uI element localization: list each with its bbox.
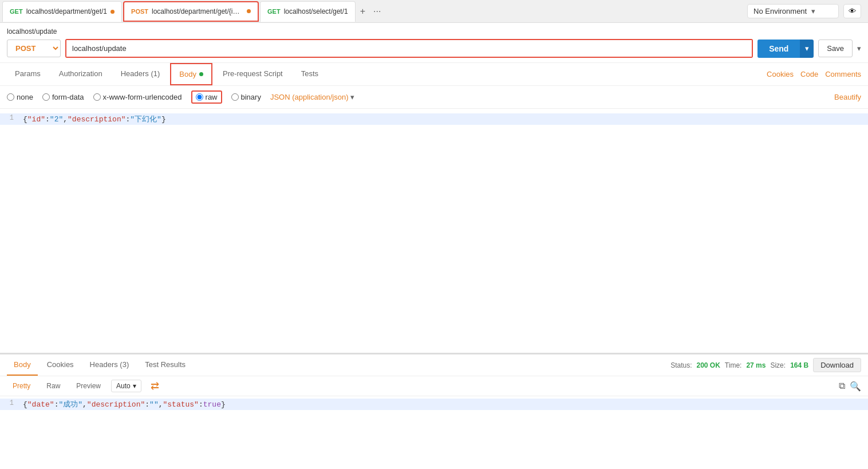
eye-button[interactable]: 👁 [843, 4, 861, 18]
resp-key-status: "status" [163, 400, 199, 409]
resp-value-date: "成功" [58, 400, 82, 409]
send-dropdown-button[interactable]: ▾ [800, 40, 814, 58]
save-button[interactable]: Save [818, 40, 853, 57]
code-content-1: {"id":"2","description":"下幻化"} [23, 114, 868, 124]
resp-key-date: "date" [27, 400, 54, 409]
size-label: Size: [770, 361, 786, 369]
radio-raw[interactable]: raw [191, 90, 222, 104]
radio-urlencoded[interactable]: x-www-form-urlencoded [93, 93, 182, 101]
tab-params[interactable]: Params [7, 64, 49, 85]
eye-icon: 👁 [849, 7, 856, 15]
radio-form-data-label: form-data [52, 93, 84, 101]
radio-binary-label: binary [241, 93, 261, 101]
json-type-label: JSON (application/json) [270, 93, 349, 101]
line-number-1: 1 [0, 114, 23, 122]
request-bar-container: localhost/update POST GET PUT DELETE PAT… [0, 23, 868, 63]
send-btn-group: Send ▾ [757, 40, 814, 58]
resp-comma-2: , [159, 400, 163, 409]
radio-urlencoded-input[interactable] [93, 93, 101, 101]
beautify-button[interactable]: Beautify [834, 93, 861, 101]
send-button[interactable]: Send [757, 40, 800, 58]
tab-url-label: localhost/select/get/1 [284, 7, 348, 15]
radio-form-data[interactable]: form-data [42, 93, 84, 101]
status-label: Status: [670, 361, 692, 369]
response-tab-body[interactable]: Body [7, 354, 38, 376]
request-tabs-nav: Params Authorization Headers (1) Body Pr… [0, 63, 868, 86]
main-layout: localhost/update POST GET PUT DELETE PAT… [0, 23, 868, 469]
radio-none-input[interactable] [7, 93, 14, 101]
tab-get-department-get-1[interactable]: GET localhost/department/get/1 [2, 1, 122, 22]
send-dropdown-arrow: ▾ [805, 44, 809, 53]
code-editor[interactable]: 1 {"id":"2","description":"下幻化"} [0, 109, 868, 353]
format-preview-button[interactable]: Preview [70, 380, 106, 392]
format-raw-button[interactable]: Raw [41, 380, 66, 392]
tab-get-select-get-1[interactable]: GET localhost/select/get/1 [260, 1, 356, 22]
response-tab-headers[interactable]: Headers (3) [83, 354, 136, 376]
request-bar: POST GET PUT DELETE PATCH Send ▾ Save ▾ [7, 39, 861, 58]
cookies-link[interactable]: Cookies [767, 70, 794, 78]
response-section: Body Cookies Headers (3) Test Results St… [0, 354, 868, 469]
radio-none[interactable]: none [7, 93, 33, 101]
tab-method-label: GET [267, 8, 281, 15]
response-code: 1 {"date":"成功","description":"","status"… [0, 396, 868, 412]
comments-link[interactable]: Comments [825, 70, 861, 78]
method-select[interactable]: POST GET PUT DELETE PATCH [7, 40, 61, 57]
time-label: Time: [725, 361, 742, 369]
tab-prerequest[interactable]: Pre-request Script [215, 64, 291, 85]
resp-colon-3: : [199, 400, 203, 409]
format-pretty-button[interactable]: Pretty [7, 380, 36, 392]
more-tabs-button[interactable]: ··· [370, 4, 384, 19]
tab-tests[interactable]: Tests [293, 64, 326, 85]
resp-value-description: "" [149, 400, 159, 409]
url-label: localhost/update [7, 27, 861, 36]
resp-comma-1: , [82, 400, 87, 409]
json-colon-1: : [45, 115, 50, 124]
copy-response-button[interactable]: ⧉ [839, 381, 845, 392]
resp-value-status: true [203, 400, 221, 409]
radio-urlencoded-label: x-www-form-urlencoded [103, 93, 182, 101]
radio-form-data-input[interactable] [42, 93, 50, 101]
resp-brace-open: { [23, 400, 27, 409]
resp-colon-2: : [145, 400, 149, 409]
json-value-id: "2" [50, 115, 63, 124]
json-key-description: "description" [68, 115, 125, 124]
json-dropdown-arrow[interactable]: ▾ [350, 93, 354, 101]
time-value: 27 ms [746, 361, 766, 369]
add-tab-button[interactable]: + [357, 4, 369, 19]
radio-binary[interactable]: binary [231, 93, 261, 101]
code-link[interactable]: Code [800, 70, 818, 78]
request-section: localhost/update POST GET PUT DELETE PAT… [0, 23, 868, 354]
radio-binary-input[interactable] [231, 93, 239, 101]
body-options: none form-data x-www-form-urlencoded raw… [0, 86, 868, 109]
env-dropdown-icon: ▾ [811, 7, 815, 15]
environment-label: No Environment [753, 7, 807, 15]
tab-body[interactable]: Body [170, 63, 212, 85]
tab-post-department-get-id[interactable]: POST localhost/department/get/{id}?i [123, 1, 259, 22]
resp-key-description: "description" [87, 400, 145, 409]
tab-headers[interactable]: Headers (1) [113, 64, 168, 85]
status-value: 200 OK [697, 361, 720, 369]
json-type-select-wrap: JSON (application/json) ▾ [270, 93, 355, 101]
auto-select[interactable]: Auto ▾ [111, 380, 141, 392]
auto-dropdown-arrow: ▾ [133, 382, 136, 390]
code-line-1: 1 {"id":"2","description":"下幻化"} [0, 113, 868, 125]
search-response-button[interactable]: 🔍 [850, 381, 861, 392]
resp-brace-close: } [221, 400, 226, 409]
url-input[interactable] [66, 40, 752, 57]
tab-method-label: GET [10, 8, 23, 15]
environment-selector[interactable]: No Environment ▾ [747, 4, 839, 18]
response-tab-cookies[interactable]: Cookies [40, 354, 81, 376]
tab-unsaved-dot [247, 9, 251, 13]
response-tabs: Body Cookies Headers (3) Test Results St… [0, 354, 868, 376]
radio-raw-input[interactable] [196, 93, 203, 101]
json-comma-1: , [63, 115, 68, 124]
json-brace-open: { [23, 115, 27, 124]
tab-authorization[interactable]: Authorization [51, 64, 111, 85]
radio-raw-label: raw [206, 93, 218, 101]
response-line-num-1: 1 [0, 399, 23, 407]
download-button[interactable]: Download [813, 358, 861, 372]
wrap-button[interactable]: ⇄ [151, 380, 159, 392]
tab-body-label: Body [179, 70, 196, 78]
response-tab-test-results[interactable]: Test Results [138, 354, 192, 376]
auto-label: Auto [116, 382, 131, 390]
